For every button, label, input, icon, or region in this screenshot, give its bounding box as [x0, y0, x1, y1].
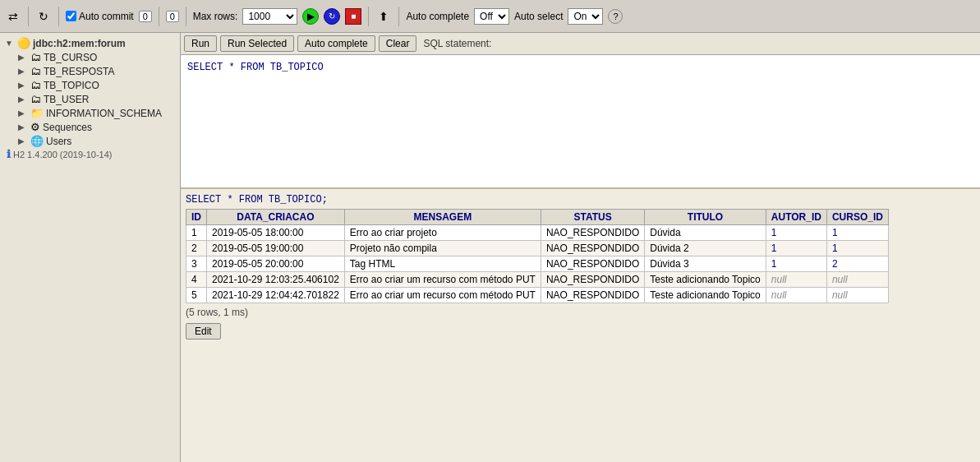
main-area: ▼ 🟡 jdbc:h2:mem:forum ▶ 🗂 TB_CURSO ▶ 🗂 T…	[0, 33, 980, 462]
sql-statement-label: SQL statement:	[423, 38, 491, 49]
sidebar-item-tb-user[interactable]: ▶ 🗂 TB_USER	[16, 92, 177, 106]
table-cell-titulo: Teste adicionando Topico	[645, 272, 766, 288]
sidebar-item-users[interactable]: ▶ 🌐 Users	[16, 134, 177, 148]
col-header-data-criacao: DATA_CRIACAO	[207, 210, 345, 225]
table-cell-data-criacao: 2019-05-05 20:00:00	[207, 256, 345, 272]
toolbar-separator-2	[58, 7, 59, 26]
table-cell-id: 2	[186, 241, 207, 256]
table-cell-titulo: Dúvida 2	[645, 241, 766, 256]
toolbar-separator-5	[368, 7, 369, 26]
tb-topico-label: TB_TOPICO	[44, 80, 99, 91]
table-icon-tb-curso: 🗂	[30, 51, 41, 63]
table-icon-tb-resposta: 🗂	[30, 65, 41, 77]
auto-complete-label: Auto complete	[406, 11, 469, 22]
table-cell-id: 3	[186, 256, 207, 272]
info-schema-expand: ▶	[18, 109, 28, 118]
help-icon[interactable]: ?	[608, 9, 623, 24]
sidebar-item-tb-topico[interactable]: ▶ 🗂 TB_TOPICO	[16, 78, 177, 92]
toolbar-separator-1	[28, 7, 29, 26]
sidebar-item-information-schema[interactable]: ▶ 📁 INFORMATION_SCHEMA	[16, 106, 177, 120]
table-cell-titulo: Dúvida	[645, 225, 766, 241]
table-cell-autor-id: 1	[766, 256, 826, 272]
table-row: 12019-05-05 18:00:00Erro ao criar projet…	[186, 225, 889, 241]
col-header-autor-id: AUTOR_ID	[766, 210, 826, 225]
users-expand: ▶	[18, 136, 28, 146]
sidebar-item-tb-curso[interactable]: ▶ 🗂 TB_CURSO	[16, 50, 177, 64]
table-cell-curso-id: 1	[826, 241, 888, 256]
auto-commit-checkbox[interactable]	[66, 11, 76, 21]
root-db-icon: 🟡	[17, 37, 30, 49]
main-toolbar: ⇄ ↻ Auto commit 0 0 Max rows: 1000 10000…	[0, 0, 980, 33]
version-info: ℹ H2 1.4.200 (2019-10-14)	[3, 148, 177, 160]
table-cell-curso-id: null	[826, 288, 888, 303]
sequences-label: Sequences	[43, 122, 92, 133]
table-cell-autor-id: 1	[766, 241, 826, 256]
max-rows-select[interactable]: 1000 10000 100000	[242, 8, 297, 25]
col-header-titulo: TITULO	[645, 210, 766, 225]
table-cell-data-criacao: 2021-10-29 12:03:25.406102	[207, 272, 345, 288]
table-row: 22019-05-05 19:00:00Projeto não compilaN…	[186, 241, 889, 256]
users-icon: 🌐	[30, 135, 44, 147]
sidebar-root[interactable]: ▼ 🟡 jdbc:h2:mem:forum	[3, 36, 177, 50]
users-label: Users	[46, 136, 71, 147]
table-cell-autor-id: 1	[766, 225, 826, 241]
results-area: SELECT * FROM TB_TOPICO; ID DATA_CRIACAO…	[181, 189, 980, 462]
run-button-toolbar[interactable]: ▶	[302, 8, 319, 25]
auto-complete-button[interactable]: Auto complete	[297, 35, 375, 52]
edit-button[interactable]: Edit	[186, 323, 221, 340]
auto-complete-select[interactable]: Off On	[474, 8, 509, 25]
nav-back-icon[interactable]: ⇄	[5, 8, 21, 25]
info-schema-label: INFORMATION_SCHEMA	[46, 108, 162, 119]
table-cell-titulo: Teste adicionando Topico	[645, 288, 766, 303]
run-selected-button[interactable]: Run Selected	[220, 35, 294, 52]
table-cell-status: NAO_RESPONDIDO	[541, 241, 644, 256]
badge-2: 0	[166, 11, 179, 22]
root-expand-icon: ▼	[5, 39, 15, 48]
sql-input[interactable]: SELECT * FROM TB_TOPICO	[184, 58, 977, 182]
reconnect-button[interactable]: ↻	[324, 8, 340, 25]
tb-curso-label: TB_CURSO	[44, 52, 97, 63]
auto-select-label: Auto select	[514, 11, 563, 22]
sql-editor-area: SELECT * FROM TB_TOPICO	[181, 55, 980, 189]
table-row: 42021-10-29 12:03:25.406102Erro ao criar…	[186, 272, 889, 288]
table-cell-mensagem: Tag HTML	[344, 256, 541, 272]
table-cell-autor-id: null	[766, 272, 826, 288]
toolbar-separator-4	[186, 7, 186, 26]
refresh-icon[interactable]: ↻	[35, 8, 52, 25]
sql-toolbar: Run Run Selected Auto complete Clear SQL…	[181, 33, 980, 55]
table-cell-mensagem: Erro ao criar um recurso com método PUT	[344, 288, 541, 303]
version-label: H2 1.4.200 (2019-10-14)	[13, 150, 112, 159]
table-cell-id: 4	[186, 272, 207, 288]
col-header-curso-id: CURSO_ID	[826, 210, 888, 225]
run-button[interactable]: Run	[184, 35, 217, 52]
table-cell-mensagem: Erro ao criar um recurso com método PUT	[344, 272, 541, 288]
table-cell-mensagem: Erro ao criar projeto	[344, 225, 541, 241]
stop-button[interactable]: ■	[345, 8, 361, 25]
sidebar: ▼ 🟡 jdbc:h2:mem:forum ▶ 🗂 TB_CURSO ▶ 🗂 T…	[0, 33, 181, 462]
table-cell-status: NAO_RESPONDIDO	[541, 225, 644, 241]
table-cell-titulo: Dúvida 3	[645, 256, 766, 272]
export-icon[interactable]: ⬆	[375, 8, 392, 25]
table-cell-status: NAO_RESPONDIDO	[541, 272, 644, 288]
table-row: 52021-10-29 12:04:42.701822Erro ao criar…	[186, 288, 889, 303]
sidebar-root-label: jdbc:h2:mem:forum	[33, 38, 126, 49]
table-cell-curso-id: 1	[826, 225, 888, 241]
clear-button[interactable]: Clear	[379, 35, 417, 52]
tb-topico-expand: ▶	[18, 81, 28, 90]
info-icon: ℹ	[7, 148, 11, 160]
sidebar-item-tb-resposta[interactable]: ▶ 🗂 TB_RESPOSTA	[16, 64, 177, 78]
content-area: Run Run Selected Auto complete Clear SQL…	[181, 33, 980, 462]
results-table-body: 12019-05-05 18:00:00Erro ao criar projet…	[186, 225, 889, 303]
table-cell-id: 5	[186, 288, 207, 303]
auto-commit-label: Auto commit	[79, 11, 134, 22]
max-rows-label: Max rows:	[193, 11, 238, 22]
table-cell-status: NAO_RESPONDIDO	[541, 288, 644, 303]
tb-user-label: TB_USER	[44, 94, 89, 105]
table-cell-curso-id: null	[826, 272, 888, 288]
auto-select-select[interactable]: On Off	[568, 8, 603, 25]
table-icon-tb-topico: 🗂	[30, 79, 41, 91]
auto-commit-checkbox-label[interactable]: Auto commit	[66, 11, 134, 22]
sidebar-item-sequences[interactable]: ▶ ⚙ Sequences	[16, 120, 177, 134]
table-cell-id: 1	[186, 225, 207, 241]
results-query-text: SELECT * FROM TB_TOPICO;	[186, 194, 975, 206]
